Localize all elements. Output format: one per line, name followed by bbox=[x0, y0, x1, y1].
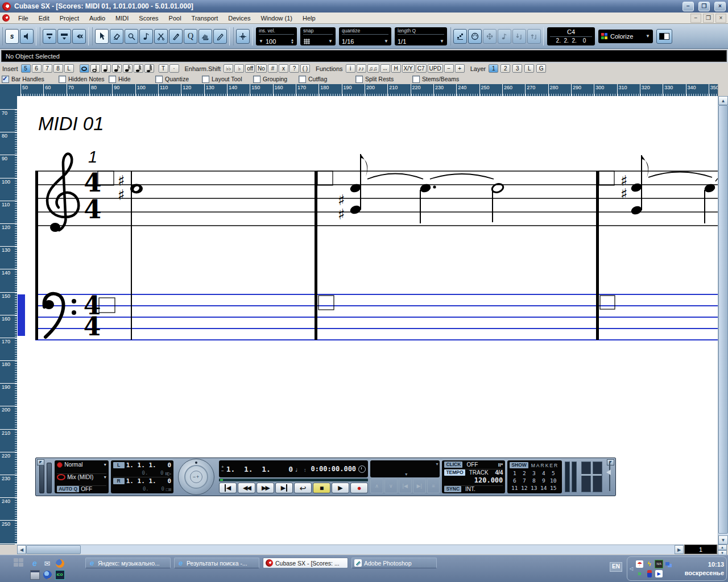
master-level-section[interactable] bbox=[580, 460, 603, 493]
colorize-select[interactable]: Colorize ▼ bbox=[598, 30, 653, 43]
insert-velocity-display[interactable]: ins. vel. ▼ 100 ▲▼ bbox=[256, 27, 297, 45]
page-spinner[interactable]: ▲ ▼ bbox=[718, 544, 727, 554]
song-position-value[interactable]: 1. 1. 1. 0 bbox=[226, 465, 293, 473]
play-button[interactable] bbox=[332, 483, 349, 493]
record-mode-value[interactable]: Normal bbox=[64, 462, 82, 468]
locator-panel[interactable]: L 1. 1. 1. 0 0. 0 R 1. 1. 1. 0 0. 0 bbox=[111, 460, 173, 493]
player-tray-icon[interactable] bbox=[655, 570, 663, 577]
record-noteoff-button[interactable] bbox=[527, 29, 541, 44]
length-q-caret-icon[interactable]: ▼ bbox=[440, 39, 444, 44]
cycle-button[interactable] bbox=[294, 483, 312, 493]
clock[interactable]: 10:13 воскресенье bbox=[685, 560, 724, 577]
tempo-value[interactable]: 120.000 bbox=[444, 476, 503, 484]
enharm-button[interactable]: ♭♭ bbox=[224, 64, 233, 73]
time-display-value[interactable]: 0:00:00.000 bbox=[311, 465, 356, 473]
transport-buttons[interactable] bbox=[219, 483, 368, 493]
internet-explorer-icon[interactable] bbox=[31, 559, 39, 568]
filter-checkbox[interactable]: Cutflag bbox=[299, 76, 355, 83]
step-input-button[interactable] bbox=[453, 29, 467, 44]
half-note[interactable] bbox=[491, 182, 504, 222]
usb-tray-icon[interactable] bbox=[647, 570, 652, 577]
click-value[interactable]: OFF bbox=[466, 462, 478, 468]
network-tray-icon[interactable] bbox=[665, 560, 672, 568]
solo-editor-button[interactable]: s bbox=[5, 29, 19, 44]
tempo-button[interactable]: TEMPO bbox=[444, 469, 465, 476]
measure-5-notes[interactable]: ♯ ♯ bbox=[621, 155, 718, 223]
eraser-tool[interactable] bbox=[110, 29, 123, 44]
right-locator-button[interactable]: R bbox=[113, 478, 125, 484]
page-number-display[interactable]: 1 bbox=[684, 544, 717, 554]
measure-2-notes[interactable]: ♯ ♯ bbox=[338, 154, 504, 223]
display-quantize-tool[interactable]: Q bbox=[184, 29, 197, 44]
menu-item[interactable]: Window (1) bbox=[255, 14, 297, 23]
menu-item[interactable]: Project bbox=[55, 14, 84, 23]
checkbox-icon[interactable] bbox=[355, 76, 363, 83]
layer-button[interactable]: 1 bbox=[489, 64, 498, 73]
click-tempo-panel[interactable]: CLICK OFF TEMPO TRACK 4/4 120.000 SYNC I… bbox=[442, 460, 505, 493]
length-quantize-display[interactable]: length Q 1/1 ▼ bbox=[395, 27, 447, 45]
voice-button[interactable]: 8 bbox=[53, 64, 63, 73]
transport-panel[interactable]: ◤ ◤ Normal ▾ Mix (MIDI) ▾ AUTO Q OFF L bbox=[35, 458, 616, 496]
marker-down-button[interactable]: ∨ bbox=[384, 479, 398, 493]
record-mode-panel[interactable]: Normal ▾ Mix (MIDI) ▾ AUTO Q OFF bbox=[55, 460, 108, 493]
score-track-title[interactable]: MIDI 01 bbox=[38, 113, 104, 134]
marker-jump-section[interactable]: ▾▾ ∧ ∨ |◀ ▶| ≡ bbox=[370, 460, 440, 493]
insert-velocity-value[interactable]: 100 bbox=[266, 38, 276, 45]
media-player-icon[interactable] bbox=[43, 571, 52, 579]
marker-number-button[interactable]: 5 bbox=[548, 470, 558, 477]
marker-prev-button[interactable]: |◀ bbox=[399, 479, 412, 493]
menu-item[interactable]: Transport bbox=[187, 14, 224, 23]
record-noteon-button[interactable] bbox=[512, 29, 526, 44]
dot-button[interactable]: · bbox=[169, 64, 179, 73]
page-up-button[interactable]: ▲ bbox=[718, 544, 727, 550]
shuttle-wheel[interactable] bbox=[178, 459, 214, 495]
marker-number-button[interactable]: 13 bbox=[529, 485, 539, 492]
quantize-caret-icon[interactable]: ▼ bbox=[384, 39, 388, 44]
colorize-caret-icon[interactable]: ▼ bbox=[646, 34, 650, 39]
position-display[interactable]: +− 1. 1. 1. 0 0:00:00.000 bbox=[219, 460, 368, 477]
menu-item[interactable]: Devices bbox=[223, 14, 255, 23]
menu-item[interactable]: MIDI bbox=[110, 14, 134, 23]
marker-number-button[interactable]: 3 bbox=[529, 470, 539, 477]
bass-staff[interactable] bbox=[35, 294, 718, 340]
scroll-left-button[interactable]: ◀ bbox=[17, 545, 26, 554]
vertical-scrollbar[interactable]: ▲ ▼ bbox=[718, 96, 728, 544]
format-swap-icon[interactable] bbox=[304, 464, 307, 474]
background-toggle-button[interactable] bbox=[656, 29, 672, 44]
marker-number-button[interactable]: 4 bbox=[539, 470, 548, 477]
autoscroll-button[interactable] bbox=[236, 29, 250, 44]
marker-up-button[interactable]: ∧ bbox=[370, 479, 383, 493]
tray-collapse-icon[interactable]: ◁ bbox=[630, 566, 633, 571]
sync-value[interactable]: INT. bbox=[465, 486, 475, 492]
marker-next-button[interactable]: ▶| bbox=[413, 479, 426, 493]
marker-number-button[interactable]: 10 bbox=[548, 477, 558, 485]
checkbox-icon[interactable] bbox=[155, 76, 163, 83]
position-slider[interactable] bbox=[219, 479, 368, 481]
checkbox-icon[interactable] bbox=[109, 76, 116, 83]
function-button[interactable]: i bbox=[346, 64, 355, 73]
right-locator-value[interactable]: 1. 1. 1. 0 bbox=[126, 477, 171, 485]
scroll-up-button[interactable]: ▲ bbox=[718, 96, 728, 105]
function-button[interactable]: UPD bbox=[428, 64, 443, 73]
fader-handle-icon[interactable] bbox=[606, 469, 611, 475]
scroll-down-button[interactable]: ▼ bbox=[718, 535, 728, 544]
treble-staff[interactable] bbox=[35, 171, 718, 226]
quick-launch[interactable]: ICO bbox=[28, 558, 69, 582]
taskbar-task[interactable]: Яндекс: музыкально... bbox=[85, 558, 171, 568]
layer-button[interactable]: 2 bbox=[500, 64, 510, 73]
taskbar-task[interactable]: Результаты поиска -... bbox=[174, 558, 259, 568]
marker-display[interactable]: ▾▾ bbox=[370, 460, 440, 477]
auto-quantize-value[interactable]: OFF bbox=[81, 486, 92, 492]
enharm-button[interactable]: ♭ bbox=[234, 64, 244, 73]
filter-checkbox[interactable]: Stems/Beams bbox=[412, 76, 476, 83]
dropdown-caret-icon[interactable]: ▼ bbox=[259, 39, 263, 44]
whole-note[interactable] bbox=[130, 184, 143, 194]
marker-number-button[interactable]: 12 bbox=[519, 485, 529, 492]
draw-tool[interactable] bbox=[213, 29, 227, 44]
enharm-button[interactable]: x bbox=[279, 64, 288, 73]
nudge-buttons[interactable]: +− bbox=[221, 465, 224, 473]
show-info-view-button[interactable] bbox=[57, 29, 71, 44]
forward-button[interactable] bbox=[257, 483, 274, 493]
voice-button[interactable]: 6 bbox=[32, 64, 42, 73]
enharm-button[interactable]: ( ) bbox=[300, 64, 310, 73]
